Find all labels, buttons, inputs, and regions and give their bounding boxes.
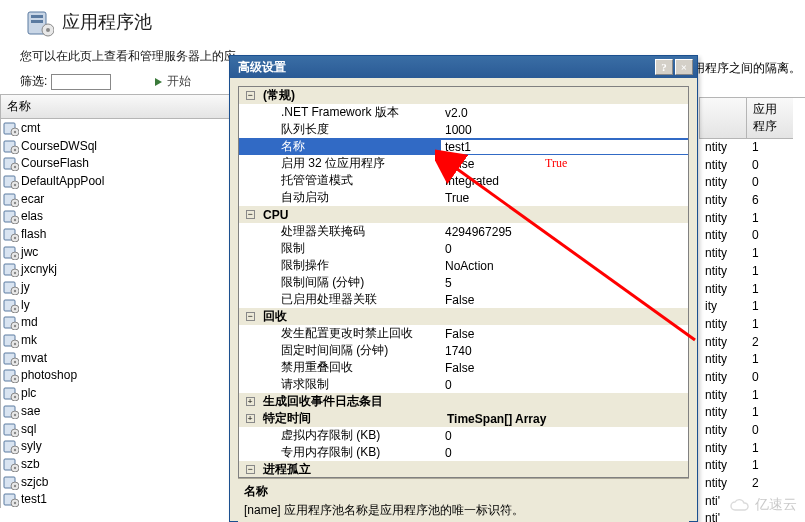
property-row[interactable]: 限制间隔 (分钟)5	[239, 274, 688, 291]
table-row[interactable]: elas	[1, 207, 230, 225]
table-row[interactable]: cmt	[1, 119, 230, 137]
expand-toggle[interactable]: +	[243, 412, 257, 426]
property-value[interactable]: True	[441, 191, 688, 205]
property-row[interactable]: 专用内存限制 (KB)0	[239, 444, 688, 461]
property-category[interactable]: +生成回收事件日志条目	[239, 393, 688, 410]
property-value[interactable]: 0	[441, 242, 688, 256]
table-row[interactable]: jy	[1, 278, 230, 296]
property-row[interactable]: 处理器关联掩码4294967295	[239, 223, 688, 240]
table-row[interactable]: CourseDWSql	[1, 137, 230, 155]
table-row[interactable]: szjcb	[1, 473, 230, 491]
property-grid[interactable]: −(常规).NET Framework 版本v2.0队列长度1000名称test…	[238, 86, 689, 478]
app-count-cell: 0	[746, 227, 793, 245]
filter-input[interactable]	[51, 74, 111, 90]
property-category[interactable]: −回收	[239, 308, 688, 325]
property-value[interactable]: 0	[441, 378, 688, 392]
property-category[interactable]: −进程孤立	[239, 461, 688, 478]
table-row[interactable]: ntity1	[699, 263, 805, 281]
table-row[interactable]: ecar	[1, 190, 230, 208]
property-row[interactable]: 启用 32 位应用程序False	[239, 155, 688, 172]
close-button[interactable]: ×	[675, 59, 693, 75]
table-row[interactable]: plc	[1, 384, 230, 402]
property-row[interactable]: 已启用处理器关联False	[239, 291, 688, 308]
property-row[interactable]: .NET Framework 版本v2.0	[239, 104, 688, 121]
property-value[interactable]: False	[441, 327, 688, 341]
table-row[interactable]: ly	[1, 296, 230, 314]
property-value[interactable]: TimeSpan[] Array	[443, 412, 688, 426]
table-row[interactable]: ntity1	[699, 281, 805, 299]
table-row[interactable]: photoshop	[1, 367, 230, 385]
table-row[interactable]: ntity6	[699, 192, 805, 210]
table-row[interactable]: ntity1	[699, 440, 805, 458]
table-row[interactable]: test1	[1, 490, 230, 508]
property-row[interactable]: 限制操作NoAction	[239, 257, 688, 274]
property-row[interactable]: 托管管道模式Integrated	[239, 172, 688, 189]
property-value[interactable]: 4294967295	[441, 225, 688, 239]
table-row[interactable]: ntity2	[699, 334, 805, 352]
table-row[interactable]: ntity0	[699, 174, 805, 192]
property-value[interactable]: False	[441, 293, 688, 307]
property-row[interactable]: 限制0	[239, 240, 688, 257]
table-row[interactable]: ntity1	[699, 457, 805, 475]
table-row[interactable]: mvat	[1, 349, 230, 367]
table-row[interactable]: ity1	[699, 298, 805, 316]
property-category[interactable]: +特定时间TimeSpan[] Array	[239, 410, 688, 427]
property-category[interactable]: −CPU	[239, 206, 688, 223]
pool-name: plc	[21, 386, 36, 400]
expand-toggle[interactable]: −	[243, 463, 257, 477]
property-value[interactable]: 1000	[441, 123, 688, 137]
table-row[interactable]: ntity1	[699, 316, 805, 334]
col-header-identity[interactable]	[699, 98, 746, 139]
help-button[interactable]: ?	[655, 59, 673, 75]
table-row[interactable]: DefaultAppPool	[1, 172, 230, 190]
property-value[interactable]: test1	[441, 140, 688, 154]
table-row[interactable]: CourseFlash	[1, 154, 230, 172]
table-row[interactable]: ntity1	[699, 404, 805, 422]
property-value[interactable]: 0	[441, 446, 688, 460]
property-value[interactable]: False	[441, 361, 688, 375]
table-row[interactable]: sae	[1, 402, 230, 420]
table-row[interactable]: ntity2	[699, 475, 805, 493]
expand-toggle[interactable]: +	[243, 395, 257, 409]
property-row[interactable]: 请求限制0	[239, 376, 688, 393]
table-row[interactable]: ntity1	[699, 210, 805, 228]
property-value[interactable]: Integrated	[441, 174, 688, 188]
property-value[interactable]: 0	[441, 429, 688, 443]
property-row[interactable]: 发生配置更改时禁止回收False	[239, 325, 688, 342]
table-row[interactable]: ntity0	[699, 227, 805, 245]
property-category[interactable]: −(常规)	[239, 87, 688, 104]
table-row[interactable]: ntity0	[699, 369, 805, 387]
property-row[interactable]: 虚拟内存限制 (KB)0	[239, 427, 688, 444]
property-value[interactable]: False	[441, 157, 688, 171]
table-row[interactable]: md	[1, 314, 230, 332]
property-row[interactable]: 固定时间间隔 (分钟)1740	[239, 342, 688, 359]
table-row[interactable]: sql	[1, 420, 230, 438]
property-value[interactable]: NoAction	[441, 259, 688, 273]
col-header-name[interactable]: 名称	[1, 95, 230, 119]
property-row[interactable]: 队列长度1000	[239, 121, 688, 138]
property-value[interactable]: v2.0	[441, 106, 688, 120]
property-row[interactable]: 名称test1	[239, 138, 688, 155]
property-row[interactable]: 禁用重叠回收False	[239, 359, 688, 376]
property-value[interactable]: 1740	[441, 344, 688, 358]
table-row[interactable]: flash	[1, 225, 230, 243]
expand-toggle[interactable]: −	[243, 310, 257, 324]
table-row[interactable]: jwc	[1, 243, 230, 261]
table-row[interactable]: ntity1	[699, 387, 805, 405]
table-row[interactable]: jxcnykj	[1, 261, 230, 279]
expand-toggle[interactable]: −	[243, 208, 257, 222]
table-row[interactable]: ntity1	[699, 139, 805, 157]
property-value[interactable]: 5	[441, 276, 688, 290]
property-row[interactable]: 自动启动True	[239, 189, 688, 206]
table-row[interactable]: ntity1	[699, 245, 805, 263]
expand-toggle[interactable]: −	[243, 89, 257, 103]
table-row[interactable]: ntity1	[699, 351, 805, 369]
start-button[interactable]: 开始	[151, 73, 191, 90]
table-row[interactable]: szb	[1, 455, 230, 473]
table-row[interactable]: ntity0	[699, 157, 805, 175]
dialog-titlebar[interactable]: 高级设置 ? ×	[230, 56, 697, 78]
table-row[interactable]: ntity0	[699, 422, 805, 440]
col-header-apps[interactable]: 应用程序	[746, 98, 793, 139]
table-row[interactable]: syly	[1, 437, 230, 455]
table-row[interactable]: mk	[1, 331, 230, 349]
